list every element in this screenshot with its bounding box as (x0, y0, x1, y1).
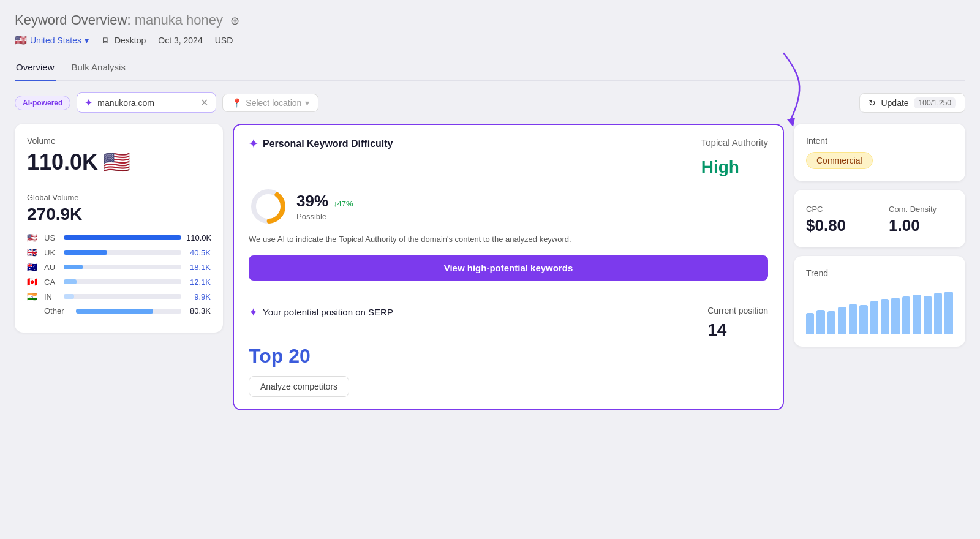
volume-label: Volume (27, 136, 211, 146)
refresh-icon: ↻ (869, 98, 876, 108)
pkd-top-section: ✦ Personal Keyword Difficulty Topical Au… (234, 125, 783, 293)
sparkle-icon-2: ✦ (249, 306, 258, 319)
au-flag: 🇦🇺 (27, 262, 39, 272)
right-column: Intent Commercial CPC $0.80 Com. Density… (794, 124, 965, 347)
current-position-section: Current position 14 (707, 306, 768, 340)
currency-label: USD (215, 36, 233, 45)
country-row-au: 🇦🇺 AU 18.1K (27, 262, 211, 272)
country-row-other: Other 80.3K (27, 306, 211, 315)
country-row-in: 🇮🇳 IN 9.9K (27, 292, 211, 301)
pkd-values: 39% ↓47% Possible (296, 192, 353, 221)
cpc-metric: CPC $0.80 (806, 205, 870, 235)
global-volume-value: 270.9K (27, 205, 211, 224)
analyze-competitors-button[interactable]: Analyze competitors (249, 376, 349, 397)
location-dropdown[interactable]: 📍 Select location ▾ (222, 94, 318, 112)
ca-flag: 🇨🇦 (27, 277, 39, 287)
serp-value: Top 20 (249, 345, 768, 368)
uk-flag: 🇬🇧 (27, 247, 39, 257)
page-title: Keyword Overview: manuka honey ⊕ (15, 12, 965, 28)
trend-bar (902, 296, 910, 334)
country-row-us: 🇺🇸 US 110.0K (27, 233, 211, 243)
serp-header: ✦ Your potential position on SERP Curren… (249, 306, 768, 340)
trend-bar (924, 296, 932, 334)
ai-description: We use AI to indicate the Topical Author… (249, 233, 768, 246)
domain-search-box[interactable]: ✦ ✕ (77, 92, 216, 113)
volume-card: Volume 110.0K 🇺🇸 Global Volume 270.9K 🇺🇸… (15, 124, 223, 333)
pkd-title: ✦ Personal Keyword Difficulty (249, 137, 393, 151)
tab-bulk-analysis[interactable]: Bulk Analysis (70, 57, 127, 81)
ta-value: High (701, 157, 768, 177)
trend-card: Trend (794, 256, 965, 347)
trend-bar (891, 298, 899, 334)
clear-button[interactable]: ✕ (200, 97, 208, 108)
in-flag: 🇮🇳 (27, 292, 39, 301)
pkd-card-wrapper: ✦ Personal Keyword Difficulty Topical Au… (233, 124, 784, 410)
trend-bar (849, 304, 857, 334)
trend-bar (827, 311, 835, 334)
cpc-card: CPC $0.80 Com. Density 1.00 (794, 190, 965, 247)
chevron-down-icon: ▾ (305, 98, 309, 108)
pkd-content: 39% ↓47% Possible (249, 187, 768, 226)
desktop-icon: 🖥 (101, 36, 110, 45)
view-keywords-button[interactable]: View high-potential keywords (249, 255, 768, 281)
us-flag-icon: 🇺🇸 (15, 34, 27, 46)
tab-overview[interactable]: Overview (15, 57, 56, 81)
pkd-card: ✦ Personal Keyword Difficulty Topical Au… (233, 124, 784, 410)
sparkle-icon: ✦ (85, 97, 92, 108)
trend-bar (913, 295, 921, 334)
us-flag: 🇺🇸 (27, 233, 39, 243)
density-metric: Com. Density 1.00 (889, 205, 953, 235)
trend-label: Trend (806, 268, 953, 278)
pkd-header: ✦ Personal Keyword Difficulty Topical Au… (249, 137, 768, 177)
chevron-down-icon: ▾ (85, 36, 89, 45)
trend-bar (838, 307, 846, 334)
sparkle-icon: ✦ (249, 137, 258, 151)
update-button[interactable]: ↻ Update 100/1,250 (859, 93, 965, 113)
page-header: Keyword Overview: manuka honey ⊕ 🇺🇸 Unit… (15, 12, 965, 46)
meta-row: 🇺🇸 United States ▾ 🖥 Desktop Oct 3, 2024… (15, 34, 965, 46)
country-bars: 🇺🇸 US 110.0K 🇬🇧 UK 40.5K 🇦🇺 AU 18.1K 🇨🇦 … (27, 233, 211, 315)
update-count-badge: 100/1,250 (914, 97, 956, 108)
us-flag-icon: 🇺🇸 (103, 149, 130, 175)
volume-value: 110.0K 🇺🇸 (27, 149, 211, 175)
device-label: 🖥 Desktop (101, 36, 146, 45)
serp-title: ✦ Your potential position on SERP (249, 306, 393, 319)
trend-bar (859, 305, 867, 334)
ai-powered-badge: AI-powered (15, 96, 70, 110)
metrics-row: CPC $0.80 Com. Density 1.00 (806, 205, 953, 235)
pkd-possible-label: Possible (296, 212, 353, 221)
donut-chart (249, 187, 288, 226)
country-row-ca: 🇨🇦 CA 12.1K (27, 277, 211, 287)
trend-chart (806, 285, 953, 334)
date-label: Oct 3, 2024 (158, 36, 202, 45)
toolbar: AI-powered ✦ ✕ 📍 Select location ▾ ↻ Upd… (15, 92, 965, 113)
intent-label: Intent (806, 136, 953, 146)
add-keyword-icon[interactable]: ⊕ (230, 15, 239, 27)
trend-bar (806, 313, 814, 334)
intent-card: Intent Commercial (794, 124, 965, 181)
ta-section: Topical Authority High (701, 137, 768, 177)
pkd-bottom-section: ✦ Your potential position on SERP Curren… (234, 293, 783, 409)
ta-title: Topical Authority (701, 137, 768, 148)
intent-badge: Commercial (806, 152, 873, 169)
main-grid: Volume 110.0K 🇺🇸 Global Volume 270.9K 🇺🇸… (15, 124, 965, 410)
tabs-row: Overview Bulk Analysis (15, 57, 965, 81)
domain-input[interactable] (97, 98, 195, 108)
trend-bar (944, 292, 952, 334)
trend-bar (816, 310, 824, 334)
location-pin-icon: 📍 (232, 98, 242, 108)
country-row-uk: 🇬🇧 UK 40.5K (27, 247, 211, 257)
location-selector[interactable]: 🇺🇸 United States ▾ (15, 34, 89, 46)
trend-bar (881, 299, 889, 334)
global-volume-label: Global Volume (27, 193, 211, 202)
trend-bar (870, 301, 878, 334)
trend-bar (934, 293, 942, 334)
